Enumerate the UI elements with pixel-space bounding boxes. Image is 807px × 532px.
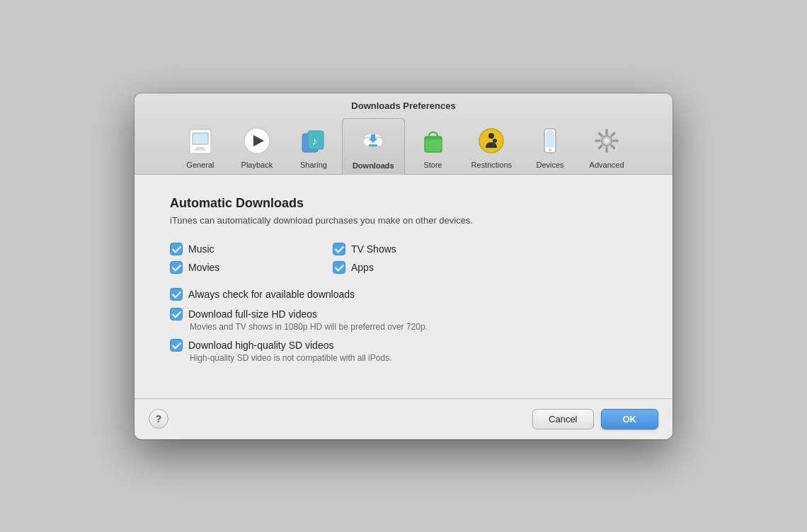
apps-label[interactable]: Apps [351, 262, 374, 273]
tab-devices-label: Devices [537, 161, 564, 169]
sd-videos-label[interactable]: Download high-quality SD videos [188, 340, 333, 351]
checkboxes-grid: Music TV Shows Movies Apps [170, 243, 467, 274]
store-icon [416, 124, 450, 158]
svg-line-31 [612, 146, 614, 149]
tab-playback[interactable]: Playback [229, 118, 285, 174]
content-area: Automatic Downloads iTunes can automatic… [134, 175, 672, 384]
apps-checkbox[interactable] [333, 261, 345, 274]
always-check-label[interactable]: Always check for available downloads [188, 289, 355, 300]
svg-rect-3 [195, 149, 206, 151]
preferences-window: Downloads Preferences General [134, 93, 672, 439]
tab-downloads-label: Downloads [353, 161, 394, 170]
footer: ? Cancel OK [134, 399, 672, 439]
toolbar: General Playback [146, 118, 661, 174]
movies-checkbox[interactable] [170, 261, 183, 274]
svg-point-22 [549, 149, 551, 151]
svg-point-35 [605, 138, 609, 143]
sd-videos-block: Download high-quality SD videos High-qua… [170, 339, 637, 363]
svg-rect-21 [546, 132, 554, 147]
window-title: Downloads Preferences [146, 100, 661, 111]
tab-sharing[interactable]: ♪ Sharing [285, 118, 342, 174]
tab-general[interactable]: General [172, 118, 229, 174]
tab-advanced[interactable]: Advanced [578, 118, 635, 174]
hd-videos-row: Download full-size HD videos [170, 308, 637, 320]
tab-restrictions[interactable]: Restrictions [462, 118, 522, 174]
checkbox-apps-row: Apps [333, 261, 467, 274]
playback-icon [240, 124, 274, 158]
svg-rect-14 [369, 144, 377, 146]
tab-store-label: Store [423, 161, 442, 169]
sd-videos-row: Download high-quality SD videos [170, 339, 637, 352]
downloads-icon [356, 125, 390, 158]
tvshows-checkbox[interactable] [333, 243, 345, 255]
ok-button[interactable]: OK [601, 409, 659, 429]
section-title: Automatic Downloads [170, 196, 637, 211]
general-icon [183, 124, 217, 158]
restrictions-icon [474, 124, 508, 158]
tab-playback-label: Playback [241, 161, 273, 169]
music-checkbox[interactable] [170, 243, 183, 255]
sd-videos-desc: High-quality SD video is not compatible … [190, 353, 637, 363]
footer-buttons: Cancel OK [532, 409, 658, 429]
always-check-row: Always check for available downloads [170, 288, 637, 301]
svg-rect-1 [193, 133, 208, 144]
sd-videos-checkbox[interactable] [170, 339, 183, 352]
titlebar: Downloads Preferences General [134, 93, 672, 175]
movies-label[interactable]: Movies [188, 262, 219, 273]
svg-rect-16 [425, 137, 442, 139]
help-button[interactable]: ? [149, 409, 168, 429]
checkbox-movies-row: Movies [170, 261, 304, 274]
svg-point-19 [493, 139, 497, 143]
svg-point-17 [479, 129, 503, 153]
svg-text:♪: ♪ [311, 135, 317, 147]
svg-rect-23 [548, 130, 552, 132]
tvshows-label[interactable]: TV Shows [351, 243, 396, 255]
svg-rect-2 [196, 147, 205, 149]
music-label[interactable]: Music [188, 243, 214, 255]
tab-advanced-label: Advanced [590, 161, 624, 169]
hd-videos-block: Download full-size HD videos Movies and … [170, 308, 637, 332]
hd-videos-label[interactable]: Download full-size HD videos [188, 308, 317, 320]
tab-sharing-label: Sharing [300, 161, 327, 169]
svg-line-32 [612, 133, 614, 136]
tab-restrictions-label: Restrictions [471, 161, 512, 169]
tab-store[interactable]: Store [405, 118, 462, 174]
svg-line-33 [599, 146, 602, 149]
always-check-checkbox[interactable] [170, 288, 183, 301]
cancel-button[interactable]: Cancel [532, 409, 593, 429]
checkbox-music-row: Music [170, 243, 304, 255]
hd-videos-checkbox[interactable] [170, 308, 183, 320]
devices-icon [533, 124, 567, 158]
sharing-icon: ♪ [297, 124, 331, 158]
svg-line-30 [599, 133, 602, 136]
hd-videos-desc: Movies and TV shows in 1080p HD will be … [190, 322, 637, 332]
checkbox-tvshows-row: TV Shows [333, 243, 467, 255]
extra-checkboxes: Always check for available downloads Dow… [170, 288, 637, 363]
tab-general-label: General [186, 161, 214, 169]
section-desc: iTunes can automatically download purcha… [170, 215, 637, 226]
tab-downloads[interactable]: Downloads [342, 118, 405, 175]
tab-devices[interactable]: Devices [522, 118, 578, 174]
svg-point-18 [488, 133, 494, 139]
advanced-icon [590, 124, 624, 158]
